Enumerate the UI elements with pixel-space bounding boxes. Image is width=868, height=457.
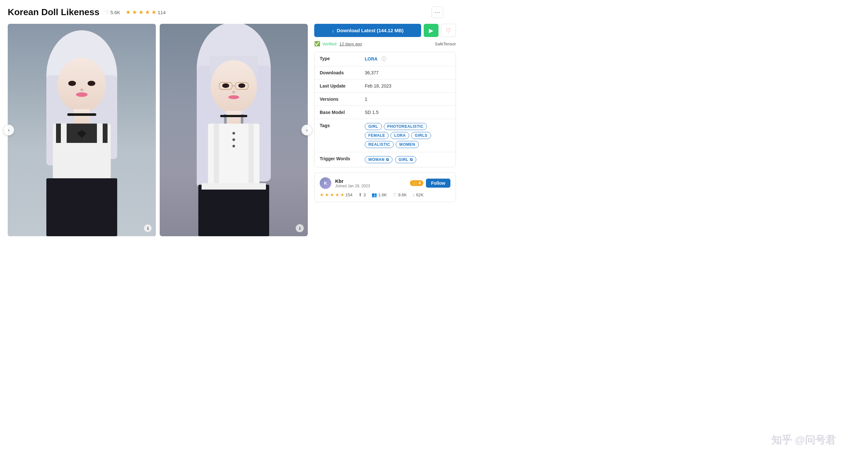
carousel-prev-button[interactable]: ‹ [3,125,14,135]
tag-girls[interactable]: GIRLS [411,132,431,139]
image-info-button-1[interactable]: ℹ [144,224,152,232]
copy-icon-girl: ⧉ [410,157,413,162]
download-button[interactable]: ↓ Download Latest (144.12 MB) [314,24,421,37]
likes-icon: ♡ [393,192,397,197]
creator-star-2: ★ [325,192,329,197]
download-button-label: Download Latest (144.12 MB) [337,28,404,33]
svg-point-28 [232,91,235,93]
creator-followers-stat: 👥 1.6K [372,192,387,197]
crown-number: 4 [418,181,421,185]
svg-point-33 [232,132,235,134]
svg-point-29 [228,95,239,99]
tag-photorealistic[interactable]: PHOTOREALISTIC [384,123,427,130]
tag-lora[interactable]: LORA [391,132,409,139]
base-model-value: SD 1.5 [365,110,451,115]
tags-label: Tags [320,123,365,128]
last-update-value: Feb 18, 2023 [365,84,451,89]
like-section: ♡ 5.6K [105,9,120,15]
crown-badge: 👑 4 [410,180,423,186]
svg-point-7 [80,89,83,91]
trigger-words-row: Trigger Words WOMAN ⧉ GIRL ⧉ [315,152,456,167]
downloads-icon: ↓ [412,192,415,197]
svg-point-35 [232,145,235,148]
svg-rect-38 [198,185,269,236]
base-model-row: Base Model SD 1.5 [315,106,456,119]
play-button[interactable]: ▶ [424,24,438,37]
trigger-girl[interactable]: GIRL ⧉ [395,156,416,163]
tag-female[interactable]: FEMALE [365,132,389,139]
download-icon: ↓ [332,28,334,33]
follow-button[interactable]: Follow [426,178,451,188]
creator-stats: ★ ★ ★ ★ ★ 154 ⬆ 3 👥 1.6K [320,192,451,197]
upload-icon: ⬆ [358,192,362,197]
rating-section: ★ ★ ★ ★ ★ 114 [126,9,166,16]
star-2: ★ [132,9,137,16]
image-info-button-2[interactable]: ℹ [296,224,304,232]
versions-label: Versions [320,97,365,102]
svg-point-4 [58,58,106,112]
type-label: Type [320,56,365,61]
like-count: 5.6K [111,10,120,15]
tag-realistic[interactable]: REALISTIC [365,141,394,148]
page-title: Korean Doll Likeness [8,7,99,18]
type-link[interactable]: LORA [365,56,378,62]
svg-point-27 [238,84,245,88]
versions-row: Versions 1 [315,93,456,106]
last-update-label: Last Update [320,84,365,89]
svg-point-5 [68,81,76,86]
svg-rect-31 [220,115,247,117]
creator-name: Kbr [335,178,410,184]
creator-downloads-count: 62K [416,192,423,197]
creator-header: K Kbr Joined Jan 29, 2023 👑 4 Follow [320,177,451,189]
creator-rating-count: 154 [345,192,352,197]
creator-star-4: ★ [335,192,339,197]
type-row: Type LORA ⓘ [315,52,456,66]
check-icon: ✅ [314,41,320,47]
crown-icon: 👑 [412,181,417,185]
info-table: Type LORA ⓘ Downloads 36,377 Last Update… [314,52,456,167]
favorite-icon: ♡ [446,27,451,34]
type-value: LORA ⓘ [365,56,451,62]
svg-rect-10 [67,113,96,116]
svg-point-22 [211,60,257,113]
play-icon: ▶ [429,27,433,34]
downloads-value: 36,377 [365,70,451,75]
creator-likes-stat: ♡ 9.6K [393,192,407,197]
creator-card: K Kbr Joined Jan 29, 2023 👑 4 Follow ★ ★ [314,172,456,202]
sidebar: ↓ Download Latest (144.12 MB) ▶ ♡ ✅ Veri… [314,24,456,236]
heart-icon: ♡ [105,9,109,15]
svg-point-26 [222,84,229,88]
help-icon[interactable]: ⓘ [381,56,386,62]
carousel-image-1: ℹ [8,24,156,236]
tags-container: GIRL PHOTOREALISTIC FEMALE LORA GIRLS RE… [365,123,451,148]
tag-women[interactable]: WOMEN [396,141,419,148]
svg-rect-39 [202,183,266,190]
creator-star-1: ★ [320,192,324,197]
rating-count: 114 [158,10,166,15]
creator-followers-count: 1.6K [378,192,387,197]
tags-row: Tags GIRL PHOTOREALISTIC FEMALE LORA GIR… [315,119,456,152]
tag-girl[interactable]: GIRL [365,123,382,130]
star-5: ★ [151,9,156,16]
versions-value: 1 [365,97,451,102]
star-4: ★ [145,9,150,16]
creator-rating: ★ ★ ★ ★ ★ 154 [320,192,352,197]
verified-row: ✅ Verified: 12 days ago SafeTensor [314,41,456,47]
svg-rect-30 [227,111,241,125]
carousel-image-2: ℹ [160,24,308,236]
creator-joined: Joined Jan 29, 2023 [335,184,410,188]
creator-avatar: K [320,177,331,189]
downloads-row: Downloads 36,377 [315,66,456,79]
carousel-next-button[interactable]: › [301,125,312,135]
trigger-woman[interactable]: WOMAN ⧉ [365,156,393,163]
verified-text: Verified: [322,41,337,46]
creator-models-count: 3 [364,192,366,197]
svg-rect-16 [46,178,117,236]
svg-point-6 [88,81,95,86]
more-options-button[interactable]: ⋯ [431,6,443,18]
verified-time-link[interactable]: 12 days ago [339,41,362,46]
favorite-button[interactable]: ♡ [441,24,456,37]
downloads-label: Downloads [320,70,365,75]
svg-point-34 [232,138,235,141]
base-model-label: Base Model [320,110,365,115]
